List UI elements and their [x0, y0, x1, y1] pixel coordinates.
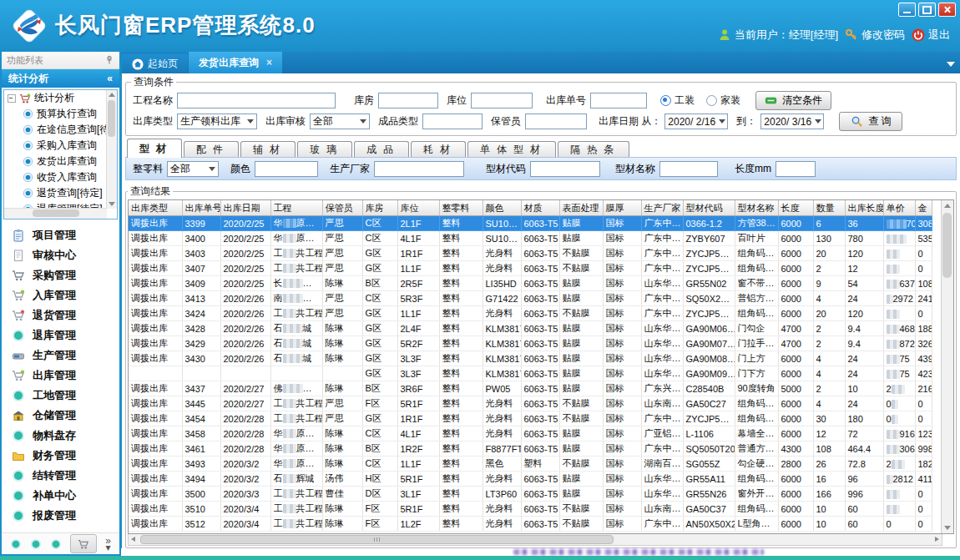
material-tab[interactable]: 单体型材	[467, 141, 556, 158]
column-header[interactable]: 生产厂家	[641, 200, 683, 216]
column-header[interactable]: 金	[915, 200, 932, 216]
tree-item[interactable]: 在途信息查询[待	[4, 122, 117, 138]
column-header[interactable]: 保管员	[322, 200, 362, 216]
table-row[interactable]: 调拨出库34292020/2/26石城陈琳G区5R2F整料KLM38176063…	[129, 336, 932, 351]
column-header[interactable]: 表面处理	[559, 200, 603, 216]
column-header[interactable]: 出库长度	[845, 200, 883, 216]
table-row[interactable]: 调拨出库34372020/2/27佛…陈琳B区3R6F整料PW056063-T5…	[129, 381, 932, 396]
table-row[interactable]: 调拨出库34582020/2/28华原…陈琳C区4L1F整料光身料6063-T5…	[129, 426, 932, 441]
module-item[interactable]: 退货管理	[2, 305, 119, 325]
maker-input[interactable]	[374, 161, 464, 177]
material-tab[interactable]: 耗材	[411, 141, 466, 158]
module-item[interactable]: 财务管理	[2, 446, 119, 466]
tab-active[interactable]: 发货出库查询×	[189, 52, 282, 73]
table-row[interactable]: 调拨出库35102020/3/4工共工程陈琳F区5R1F整料光身料6063-T5…	[129, 502, 932, 517]
column-header[interactable]: 库房	[362, 200, 397, 216]
tree-item[interactable]: 发货出库查询	[4, 154, 117, 169]
expander-icon[interactable]	[8, 94, 16, 103]
length-input[interactable]	[776, 161, 816, 177]
scroll-down-icon[interactable]	[109, 202, 115, 206]
product-type-input[interactable]	[422, 114, 483, 129]
module-item[interactable]: 审核中心	[2, 245, 119, 265]
table-row[interactable]: 调拨出库34032020/2/25工共工程严思G区1R1F整料光身料6063-T…	[129, 246, 932, 261]
column-header[interactable]: 工程	[270, 200, 322, 216]
pin-icon[interactable]	[104, 55, 114, 65]
keeper-input[interactable]	[525, 114, 587, 129]
table-row[interactable]: G区3L3F整料KLM38176063-T5贴膜国标山东华…GA90M09…门下…	[129, 366, 932, 381]
date-from-select[interactable]: 2020/ 2/16	[664, 114, 728, 129]
material-tab[interactable]: 成品	[354, 141, 409, 158]
column-header[interactable]: 单价	[883, 200, 915, 216]
table-row[interactable]: 调拨出库34002020/2/25华原…严思C区4L1F整料SU10…6063-…	[129, 231, 932, 246]
color-input[interactable]	[255, 161, 318, 177]
table-row[interactable]: 调拨出库34452020/2/27工共工程严思F区5R1F整料光身料6063-T…	[129, 396, 932, 411]
column-header[interactable]: 出库单号	[182, 200, 220, 216]
table-row[interactable]: 调拨出库35122020/3/4工共工程陈琳F区1L2F整料光身料6063-T5…	[129, 517, 932, 532]
material-tab[interactable]: 型材	[127, 139, 182, 158]
tree-item[interactable]: 收货入库查询	[4, 169, 117, 185]
footer-cart-button[interactable]	[70, 534, 97, 553]
column-header[interactable]: 出库类型	[129, 200, 182, 216]
column-header[interactable]: 长度	[778, 200, 813, 216]
column-header[interactable]: 数量	[813, 200, 845, 216]
minimize-button[interactable]	[898, 3, 916, 17]
tab-home[interactable]: 起始页	[122, 54, 188, 73]
profile-code-input[interactable]	[530, 161, 600, 177]
close-button[interactable]	[938, 3, 956, 17]
table-row[interactable]: 调拨出库34132020/2/26南…严思C区5R3F整料G714226063-…	[129, 291, 932, 306]
module-item[interactable]: 物料盘存	[2, 426, 119, 446]
module-item[interactable]: 仓储管理	[2, 406, 119, 426]
table-row[interactable]: 调拨出库34242020/2/26工共工程严思G区1L1F整料光身料6063-T…	[129, 306, 932, 321]
column-header[interactable]: 膜厚	[603, 200, 641, 216]
table-row[interactable]: 调拨出库35002020/3/3工共工程曹佳D区3L1F整料LT3P606063…	[129, 487, 932, 502]
radio-家装[interactable]: 家装	[706, 93, 740, 108]
clear-conditions-button[interactable]: 清空条件	[755, 91, 831, 110]
table-row[interactable]: 调拨出库34282020/2/26石城陈琳G区2L4F整料KLM38176063…	[129, 321, 932, 336]
scroll-down-icon[interactable]	[944, 526, 951, 530]
maximize-button[interactable]	[918, 3, 936, 17]
audit-select[interactable]: 全部	[310, 114, 370, 129]
module-item[interactable]: 工地管理	[2, 386, 119, 406]
order-no-input[interactable]	[590, 93, 647, 108]
table-row[interactable]: 调拨出库34932020/3/2华原…陈琳C区1L1F整料黑色塑料不贴膜国标湖南…	[129, 457, 932, 472]
module-item[interactable]: 采购管理	[2, 265, 119, 285]
scroll-up-icon[interactable]	[109, 93, 115, 97]
scroll-right-icon[interactable]	[935, 537, 939, 542]
module-item[interactable]: 报废管理	[2, 506, 119, 526]
table-row[interactable]: 调拨出库33992020/2/25华原…严思C区2L1F整料SU10…6063-…	[129, 216, 932, 231]
tab-list-caret-icon[interactable]	[947, 62, 955, 67]
module-item[interactable]: 生产管理	[2, 346, 119, 366]
column-header[interactable]: 整零料	[439, 200, 483, 216]
tree-root[interactable]: 统计分析	[4, 90, 117, 106]
out-type-select[interactable]: 生产领料出库	[177, 114, 257, 129]
footer-shortcut-1[interactable]	[30, 538, 42, 550]
footer-shortcut-0[interactable]	[10, 538, 22, 550]
profile-name-input[interactable]	[659, 161, 718, 177]
logout-button[interactable]: 退出	[912, 28, 950, 43]
tab-close-icon[interactable]: ×	[266, 57, 272, 68]
table-vertical-scrollbar[interactable]	[941, 200, 953, 533]
stats-section-header[interactable]: 统计分析 «	[2, 69, 119, 88]
scroll-thumb[interactable]	[108, 100, 115, 137]
location-input[interactable]	[471, 93, 533, 108]
module-item[interactable]: 项目管理	[2, 225, 119, 245]
whole-part-select[interactable]: 全部	[167, 161, 219, 177]
table-row[interactable]: 调拨出库34542020/2/28工共工程严思G区1R1F整料光身料6063-T…	[129, 411, 932, 426]
table-horizontal-scrollbar[interactable]	[128, 534, 942, 546]
material-tab[interactable]: 玻璃	[297, 141, 352, 158]
material-tab[interactable]: 配件	[184, 141, 239, 158]
tree-horizontal-scrollbar[interactable]	[4, 208, 107, 219]
tree-item[interactable]: 退货查询[待定]	[4, 185, 117, 201]
module-item[interactable]: 补单中心	[2, 486, 119, 506]
table-row[interactable]: 调拨出库34302020/2/26石城陈琳G区3L3F整料KLM38176063…	[129, 351, 932, 366]
material-tab[interactable]: 隔热条	[558, 141, 629, 158]
table-row[interactable]: 调拨出库34092020/2/25长…陈琳B区2R5F整料LI35HD6063-…	[129, 276, 932, 291]
column-header[interactable]: 颜色	[483, 200, 521, 216]
module-item[interactable]: 入库管理	[2, 285, 119, 305]
column-header[interactable]: 库位	[397, 200, 439, 216]
scroll-thumb[interactable]	[140, 535, 614, 544]
column-header[interactable]: 型材名称	[735, 200, 778, 216]
date-to-select[interactable]: 2020/ 3/16	[760, 114, 824, 129]
scroll-left-icon[interactable]	[131, 537, 135, 542]
scroll-thumb[interactable]	[942, 213, 952, 278]
